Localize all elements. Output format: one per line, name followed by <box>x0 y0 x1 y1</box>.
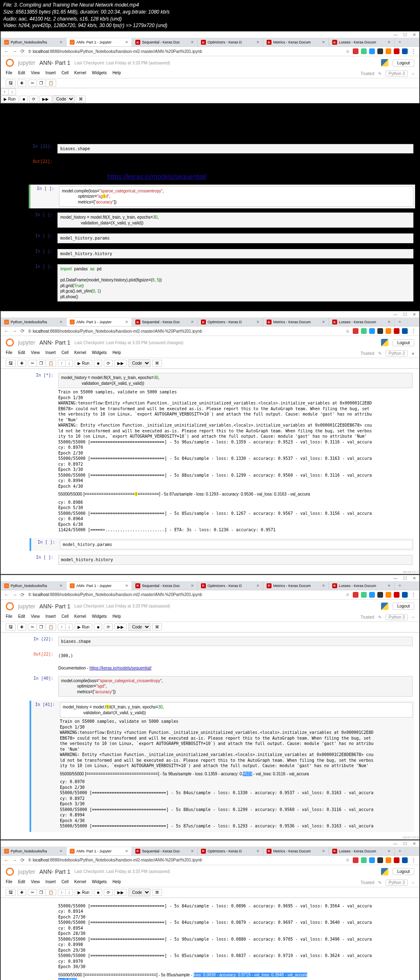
notebook-header: jupyter ANN- Part 1 Last Checkpoint: Las… <box>1 56 419 69</box>
menu-icon[interactable]: ⋮ <box>411 48 416 54</box>
trusted-label[interactable]: Trusted <box>361 71 374 76</box>
keras-doc-link[interactable]: https://keras.io/models/sequential/ <box>107 173 207 180</box>
tab-notebooks[interactable]: ○Python_Notebooks/ha✕ <box>1 38 66 46</box>
stop-button[interactable]: ■ <box>20 96 28 103</box>
code-cell-history[interactable]: In [ ]:model_history.history <box>30 553 414 567</box>
tab-metrics[interactable]: KMetrics - Keras Docum✕ <box>263 38 329 46</box>
command-palette-button[interactable]: ⌘ <box>76 96 86 103</box>
browser-tabs: ○Python_Notebooks/ha✕ ○ANN- Part 1 - Jup… <box>1 38 419 47</box>
menu-kernel[interactable]: Kernel <box>74 71 86 77</box>
notebook-name[interactable]: ANN- Part 1 <box>39 59 70 66</box>
cut-button[interactable]: ✂ <box>28 80 37 87</box>
run-button[interactable]: ▶ Run <box>1 96 18 103</box>
new-tab-icon[interactable]: + <box>395 38 405 46</box>
markdown-cell[interactable]: Documentation - https://keras.io/models/… <box>30 664 414 672</box>
menu-edit[interactable]: Edit <box>18 71 25 77</box>
move-up-button[interactable]: ↑ <box>1 88 9 95</box>
keras-icon: K <box>201 40 206 45</box>
code-cell-fit[interactable]: In [ ]:model_history = model.fit(X_train… <box>29 211 415 229</box>
ext-icon[interactable] <box>402 48 408 54</box>
back-icon[interactable]: ← <box>4 48 9 54</box>
ext-icon[interactable] <box>353 48 358 54</box>
jupyter-label: jupyter <box>18 59 35 66</box>
forward-icon[interactable]: → <box>12 48 17 54</box>
restart-button[interactable]: ⟳ <box>29 96 38 103</box>
panel-4: —☐✕ ○Python_Notebooks/ha✕ ○ANN- Part 1 -… <box>0 840 420 980</box>
paste-button[interactable]: 📋 <box>46 80 56 87</box>
menu-cell[interactable]: Cell <box>62 71 68 77</box>
keras-icon: K <box>267 40 272 45</box>
menu-view[interactable]: View <box>31 71 40 77</box>
code-cell-fit[interactable]: In [41]:model_history = model.fIit(X_tra… <box>30 701 414 832</box>
code-cell-running[interactable]: In [*]:model_history = model.fit(X_train… <box>30 371 414 536</box>
tab-close-icon[interactable]: ✕ <box>59 40 63 44</box>
tab-close-icon[interactable]: ✕ <box>322 40 325 44</box>
code-cell-compile[interactable]: In [ ]:model.compile(loss="sparse_catego… <box>29 185 415 209</box>
menu-insert[interactable]: Insert <box>46 71 56 77</box>
jupyter-logo-icon[interactable] <box>6 338 14 347</box>
tab-close-icon[interactable]: ✕ <box>125 40 128 44</box>
code-cell-pandas[interactable]: In [ ]:import pandas as pd pd.DataFrame(… <box>29 263 415 303</box>
menu-widgets[interactable]: Widgets <box>92 71 107 77</box>
edit-icon[interactable]: ✎ <box>378 71 381 76</box>
code-cell[interactable]: In [22]:biases.shape <box>30 635 414 648</box>
save-button[interactable]: 🖫 <box>6 80 16 87</box>
minimize-icon[interactable]: — <box>393 312 397 317</box>
code-cell-history[interactable]: In [ ]:model_history.history <box>29 247 415 260</box>
cell-type-select[interactable]: Code <box>52 95 75 103</box>
selected-text: cy: 0.8842 <box>58 978 77 980</box>
browser-tabs: ○Python_Notebooks/ha✕ ○ANN- Part 1 - Jup… <box>1 582 419 590</box>
close-icon[interactable]: ✕ <box>413 312 416 317</box>
menu-bar: FileEditViewInsertCellKernelWidgetsHelp … <box>1 69 419 78</box>
close-icon[interactable]: ✕ <box>413 32 416 37</box>
star-icon[interactable]: ☆ <box>346 49 349 54</box>
code-cell-compile[interactable]: In [40]:model.compile(loss="sparse_categ… <box>30 674 414 699</box>
reload-icon[interactable]: ⟳ <box>21 48 25 54</box>
window-controls: —☐✕ <box>1 32 419 38</box>
window-controls: —☐✕ <box>1 311 419 318</box>
tab-close-icon[interactable]: ✕ <box>191 40 194 44</box>
ext-icon[interactable] <box>361 48 367 54</box>
timestamp-overlay: 00:07:15.0 <box>403 836 418 839</box>
maximize-icon[interactable]: ☐ <box>403 312 407 317</box>
tab-close-icon[interactable]: ✕ <box>388 40 391 44</box>
markdown-cell[interactable]: Documentation - https://keras.io/models/… <box>29 171 415 182</box>
code-cell-params[interactable]: In [ ]:model_history.params <box>30 538 414 551</box>
logout-button[interactable]: Logout <box>393 59 414 66</box>
tab-close-icon[interactable]: ✕ <box>256 40 260 44</box>
jupyter-icon: ○ <box>4 40 9 45</box>
tab-optimizers[interactable]: KOptimizers - Keras D✕ <box>198 38 263 46</box>
tab-ann[interactable]: ○ANN- Part 1 - Jupyter✕ <box>66 38 132 46</box>
url-field[interactable]: ① localhost:8888/notebooks/Python_Notebo… <box>28 49 342 54</box>
kernel-label[interactable]: Python 3 <box>386 71 407 77</box>
copy-button[interactable]: ❐ <box>37 80 46 87</box>
keras-icon: K <box>135 40 140 45</box>
kernel-busy-icon: ● <box>412 351 414 356</box>
ext-icon[interactable] <box>386 48 391 54</box>
ext-icon[interactable] <box>377 48 383 54</box>
address-bar: ←→⟳ ① localhost:8888/notebooks/Python_No… <box>1 47 419 56</box>
menu-help[interactable]: Help <box>112 71 121 77</box>
output-cell: Out[22]:(300,) <box>29 158 415 169</box>
move-down-button[interactable]: ↓ <box>9 88 16 95</box>
tab-losses[interactable]: KLosses - Keras Docum✕ <box>329 38 395 46</box>
code-cell[interactable]: In [22]:biases.shape <box>29 142 415 155</box>
output-cell: Out[22]:(300,) <box>30 650 414 662</box>
restart-run-button[interactable]: ▶▶ <box>39 96 52 103</box>
browser-tabs: ○Python_Notebooks/ha✕ ○ANN- Part 1 - Jup… <box>1 847 419 856</box>
minimize-icon[interactable]: — <box>393 32 397 37</box>
code-cell-params[interactable]: In [ ]:model_history.params <box>29 232 415 245</box>
toolbar: 🖫 ✚ ✂❐📋 <box>1 78 419 88</box>
menu-file[interactable]: File <box>6 71 12 77</box>
browser-tabs: ○Python_Notebooks/ha✕ ○ANN- Part 1 - Jup… <box>1 318 419 327</box>
maximize-icon[interactable]: ☐ <box>403 32 407 37</box>
add-cell-button[interactable]: ✚ <box>17 80 26 87</box>
output-cell: 0., 0., 0., 0., 0., 0., 0., 0., 0., 0., … <box>29 106 415 140</box>
jupyter-logo-icon[interactable] <box>6 59 14 67</box>
tab-sequential[interactable]: KSequential - Keras Doc✕ <box>132 38 198 46</box>
ext-icon[interactable] <box>369 48 375 54</box>
keras-icon: K <box>332 40 337 45</box>
ext-icon[interactable] <box>394 48 399 54</box>
selected-text: loss: 0.0839 - accuracy: 0.9719 - val_lo… <box>194 973 307 977</box>
python-logo-icon <box>381 59 388 66</box>
